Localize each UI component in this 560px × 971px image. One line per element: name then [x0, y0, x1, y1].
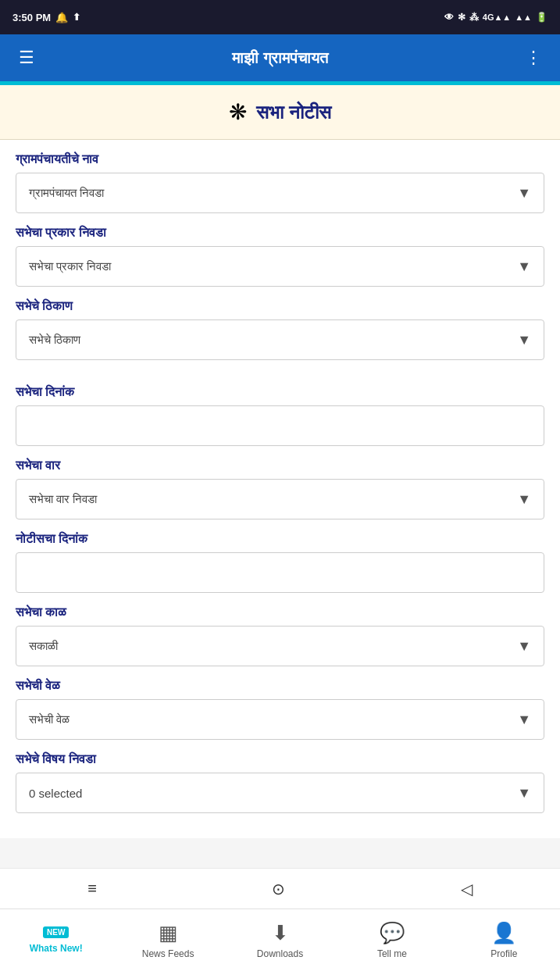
nav-item-downloads[interactable]: ⬇ Downloads — [224, 909, 336, 971]
sabha-location-dropdown-arrow: ▼ — [517, 332, 531, 348]
alarm-icon: 🔔 — [55, 12, 68, 23]
sabha-type-dropdown-value: सभेचा प्रकार निवडा — [29, 259, 111, 273]
form-container: ग्रामपंचायतीचे नाव ग्रामपंचायत निवडा ▼ स… — [0, 140, 560, 948]
app-bar: ☰ माझी ग्रामपंचायत ⋮ — [0, 34, 560, 81]
sabha-date-field: सभेचा दिनांक — [16, 385, 544, 446]
page-header: ❋ सभा नोटीस — [0, 85, 560, 140]
nav-item-profile[interactable]: 👤 Profile — [448, 909, 560, 971]
nav-item-tell-me[interactable]: 💬 Tell me — [336, 909, 448, 971]
news-feeds-label: News Feeds — [142, 948, 194, 959]
spacer1 — [16, 373, 544, 385]
form-fields: ग्रामपंचायतीचे नाव ग्रामपंचायत निवडा ▼ स… — [0, 140, 560, 838]
sabha-period-label: सभेचा काळ — [16, 605, 544, 619]
whats-new-badge: NEW — [43, 926, 69, 938]
grampanchayat-label: ग्रामपंचायतीचे नाव — [16, 152, 544, 166]
sabha-period-dropdown-value: सकाळी — [29, 639, 58, 653]
sabha-day-dropdown-arrow: ▼ — [517, 491, 531, 508]
sabha-period-field: सभेचा काळ सकाळी ▼ — [16, 605, 544, 666]
android-home-btn[interactable]: ⊙ — [272, 880, 285, 898]
signal-icon: 4G▲▲ — [483, 12, 511, 22]
profile-label: Profile — [490, 948, 517, 959]
downloads-label: Downloads — [257, 948, 303, 959]
sabha-type-dropdown-arrow: ▼ — [517, 259, 531, 275]
sabha-date-input[interactable] — [16, 405, 544, 446]
page-title: सभा नोटीस — [256, 102, 331, 123]
sabha-type-label: सभेचा प्रकार निवडा — [16, 226, 544, 240]
bluetooth-icon: ✻ — [458, 12, 465, 23]
sabha-day-field: सभेचा वार सभेचा वार निवडा ▼ — [16, 459, 544, 519]
eye-icon: 👁 — [444, 12, 454, 23]
more-options-icon[interactable]: ⋮ — [519, 48, 548, 68]
tell-me-icon: 💬 — [380, 921, 405, 945]
time-display: 3:50 PM — [12, 12, 51, 23]
sabha-location-dropdown[interactable]: सभेचे ठिकाण ▼ — [16, 320, 544, 360]
notice-date-input[interactable] — [16, 552, 544, 593]
sabha-day-label: सभेचा वार — [16, 459, 544, 473]
status-bar: 3:50 PM 🔔 ⬆ 👁 ✻ ⁂ 4G▲▲ ▲▲ 🔋 — [0, 0, 560, 34]
sabha-topics-label: सभेचे विषय निवडा — [16, 752, 544, 766]
grampanchayat-dropdown[interactable]: ग्रामपंचायत निवडा ▼ — [16, 173, 544, 213]
status-time: 3:50 PM 🔔 ⬆ — [12, 12, 80, 23]
whats-new-label: Whats New! — [30, 943, 83, 954]
sabha-period-dropdown[interactable]: सकाळी ▼ — [16, 626, 544, 666]
android-back-btn[interactable]: ◁ — [461, 880, 473, 898]
status-icons: 👁 ✻ ⁂ 4G▲▲ ▲▲ 🔋 — [444, 12, 548, 23]
sabha-type-dropdown[interactable]: सभेचा प्रकार निवडा ▼ — [16, 246, 544, 287]
sabha-time-dropdown-arrow: ▼ — [517, 712, 531, 728]
android-menu-btn[interactable]: ≡ — [87, 880, 97, 898]
sabha-time-label: सभेची वेळ — [16, 679, 544, 693]
grampanchayat-dropdown-arrow: ▼ — [517, 185, 531, 202]
tell-me-label: Tell me — [377, 948, 407, 959]
battery-icon: 🔋 — [536, 12, 548, 23]
sabha-topics-dropdown[interactable]: 0 selected ▼ — [16, 773, 544, 813]
sabha-time-field: सभेची वेळ सभेची वेळ ▼ — [16, 679, 544, 740]
sabha-date-label: सभेचा दिनांक — [16, 385, 544, 399]
signal2-icon: ▲▲ — [515, 12, 532, 22]
sabha-location-label: सभेचे ठिकाण — [16, 299, 544, 313]
hamburger-menu-icon[interactable]: ☰ — [12, 48, 41, 68]
sabha-topics-field: सभेचे विषय निवडा 0 selected ▼ — [16, 752, 544, 813]
sabha-time-dropdown[interactable]: सभेची वेळ ▼ — [16, 699, 544, 740]
grampanchayat-dropdown-value: ग्रामपंचायत निवडा — [29, 186, 104, 200]
news-feeds-icon: ▦ — [159, 921, 178, 945]
upload-icon: ⬆ — [73, 12, 80, 23]
app-title: माझी ग्रामपंचायत — [41, 49, 519, 67]
sabha-location-field: सभेचे ठिकाण सभेचे ठिकाण ▼ — [16, 299, 544, 360]
sabha-day-dropdown[interactable]: सभेचा वार निवडा ▼ — [16, 479, 544, 519]
sabha-time-dropdown-value: सभेची वेळ — [29, 712, 70, 726]
nav-item-news-feeds[interactable]: ▦ News Feeds — [112, 909, 223, 971]
sabha-type-field: सभेचा प्रकार निवडा सभेचा प्रकार निवडा ▼ — [16, 226, 544, 287]
sabha-topics-dropdown-arrow: ▼ — [517, 785, 531, 801]
android-nav-bar: ≡ ⊙ ◁ — [0, 868, 560, 909]
notice-date-label: नोटीसचा दिनांक — [16, 532, 544, 546]
sabha-period-dropdown-arrow: ▼ — [517, 638, 531, 655]
bottom-navigation: NEW Whats New! ▦ News Feeds ⬇ Downloads … — [0, 909, 560, 971]
grampanchayat-field: ग्रामपंचायतीचे नाव ग्रामपंचायत निवडा ▼ — [16, 152, 544, 213]
notice-icon: ❋ — [229, 99, 247, 125]
nav-item-whats-new[interactable]: NEW Whats New! — [0, 909, 112, 971]
notice-date-field: नोटीसचा दिनांक — [16, 532, 544, 593]
sabha-day-dropdown-value: सभेचा वार निवडा — [29, 492, 97, 506]
sabha-location-dropdown-value: सभेचे ठिकाण — [29, 333, 80, 347]
wifi-icon: ⁂ — [469, 12, 479, 23]
sabha-topics-dropdown-value: 0 selected — [29, 787, 82, 800]
downloads-icon: ⬇ — [272, 921, 289, 945]
profile-icon: 👤 — [491, 921, 516, 945]
